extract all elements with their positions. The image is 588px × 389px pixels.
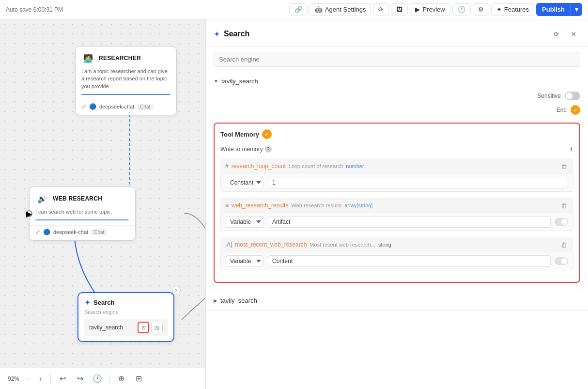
mem-name-3: most_recent_web_research: [235, 241, 307, 248]
search-tool-name: tavily_search: [89, 324, 123, 331]
web-research-deepseek-icon: 🔵: [43, 229, 50, 235]
mem-delete-2[interactable]: 🗑: [559, 201, 569, 210]
accordion-title-1: ▼ tavily_search: [214, 78, 258, 85]
features-label: Features: [504, 6, 529, 13]
memory-item-1-header: # research_loop_count Loop count of rese…: [220, 158, 573, 174]
researcher-model: deepseek-chat: [99, 104, 134, 109]
header: Auto save 6:00:31 PM 🔗 🤖 Agent Settings …: [0, 0, 588, 19]
sensitive-label: Sensitive: [537, 93, 561, 99]
publish-label: Publish: [536, 3, 571, 16]
panel-actions: ⟳ ✕: [549, 27, 580, 41]
web-research-node: ▶ 🔊 WEB RESEARCH I can search web for so…: [29, 187, 136, 241]
mem-type-2: array[string]: [344, 202, 372, 208]
mem-desc-3: Most recent web research...: [309, 242, 375, 248]
zoom-display: 92% − +: [8, 373, 46, 385]
web-research-model: deepseek-chat: [53, 229, 88, 235]
accordion-section-1: ▼ tavily_search Sensitive End ✓ Tool Mem…: [206, 72, 588, 291]
memory-item-2-header: ≡ web_research_results Web research resu…: [220, 198, 573, 213]
settings-button[interactable]: ⚙: [473, 3, 489, 16]
link-icon: 🔗: [294, 6, 302, 13]
mem-source-select-1[interactable]: Constant Variable: [226, 177, 264, 188]
panel-title: Search: [224, 30, 249, 38]
search-node-body: tavily_search ⊙ ◷: [84, 319, 168, 336]
researcher-icon: 🧑‍💻: [81, 51, 95, 65]
web-research-arrow-icon: ⤢: [35, 229, 40, 235]
mem-delete-3[interactable]: 🗑: [559, 240, 569, 249]
mem-toggle-3[interactable]: [555, 257, 568, 265]
right-panel: ✦ Search ⟳ ✕ ▼ tavily_search Sensitive E…: [205, 19, 588, 389]
image-button[interactable]: 🖼: [391, 3, 408, 16]
memory-item-3: |A| most_recent_web_research Most recent…: [220, 237, 573, 270]
write-memory-row: Write to memory ? +: [220, 145, 573, 154]
researcher-tag: Chat: [137, 104, 153, 110]
search-memory-button[interactable]: ⊙: [138, 322, 149, 333]
link-button[interactable]: 🔗: [289, 3, 308, 16]
end-label: End: [557, 107, 567, 113]
search-node: ✦ Search Search engine tavily_search ⊙ ◷: [77, 292, 174, 342]
sensitive-toggle-knob: [566, 93, 573, 99]
search-settings-button[interactable]: ◷: [151, 322, 163, 333]
redo-button[interactable]: ↪: [72, 371, 88, 387]
sensitive-toggle[interactable]: [565, 92, 580, 100]
mem-type-3: string: [378, 242, 391, 248]
web-research-desc: I can search web for some topic.: [30, 208, 135, 219]
canvas[interactable]: 🧑‍💻 RESEARCHER I am a topic researcher a…: [0, 19, 205, 389]
mem-type-1: number: [346, 163, 364, 169]
mem-source-select-3[interactable]: Variable Constant: [226, 255, 264, 267]
tool-memory-box: Tool Memory ✓ Write to memory ? + # rese…: [214, 123, 580, 283]
undo-button[interactable]: ↩: [55, 371, 70, 387]
features-button[interactable]: ✦ Features: [491, 3, 534, 16]
search-node-title: Search: [93, 299, 114, 306]
preview-button[interactable]: ▶ Preview: [410, 3, 450, 16]
bottom-toolbar: 92% − + ↩ ↪ 🕐 ⊕ ⊞: [0, 368, 205, 389]
panel-search-input[interactable]: [214, 52, 580, 67]
accordion-section-2: ▶ tavily_search: [206, 291, 588, 311]
play-icon: ▶: [415, 6, 420, 13]
add-memory-item-button[interactable]: +: [569, 145, 573, 154]
publish-caret-icon[interactable]: ▾: [571, 3, 582, 16]
mem-desc-1: Loop count of research: [289, 163, 343, 169]
mem-toggle-2[interactable]: [555, 218, 568, 226]
web-research-header: 🔊 WEB RESEARCH: [30, 187, 135, 208]
panel-close-button[interactable]: ✕: [567, 27, 580, 41]
write-memory-label: Write to memory ?: [220, 146, 272, 153]
clock-button[interactable]: 🕐: [452, 3, 471, 16]
zoom-out-button[interactable]: −: [21, 373, 33, 385]
agent-settings-button[interactable]: 🤖 Agent Settings: [309, 3, 371, 16]
zoom-in-button[interactable]: +: [35, 373, 46, 385]
tool-memory-header: Tool Memory ✓: [220, 129, 573, 139]
accordion-label-1: tavily_search: [221, 78, 258, 85]
toolbar-separator-2: [109, 374, 109, 384]
memory-item-2-body: Variable Constant: [220, 213, 573, 231]
researcher-node: 🧑‍💻 RESEARCHER I am a topic researcher a…: [75, 46, 177, 115]
refresh-button[interactable]: ⟳: [373, 3, 389, 16]
grid-button[interactable]: ⊞: [131, 371, 146, 387]
mem-value-input-1[interactable]: [268, 177, 568, 188]
memory-item-3-header: |A| most_recent_web_research Most recent…: [220, 237, 573, 252]
chevron-down-icon-1: ▼: [214, 78, 218, 84]
add-button[interactable]: ⊕: [113, 371, 129, 387]
panel-header: ✦ Search ⟳ ✕: [206, 19, 588, 47]
memory-item-3-info: |A| most_recent_web_research Most recent…: [225, 241, 391, 248]
mem-source-select-2[interactable]: Variable Constant: [226, 216, 264, 228]
mem-toggle-3-knob: [561, 258, 567, 264]
write-memory-info-icon: ?: [265, 146, 272, 153]
accordion-header-2[interactable]: ▶ tavily_search: [206, 291, 588, 310]
mem-value-input-2[interactable]: [268, 216, 551, 228]
end-check-icon: ✓: [571, 105, 580, 115]
publish-button[interactable]: Publish ▾: [536, 3, 582, 16]
accordion-header-1[interactable]: ▼ tavily_search: [206, 72, 588, 91]
end-badge: ✓: [571, 105, 580, 115]
panel-title-area: ✦ Search: [214, 30, 249, 39]
accordion-label-2: tavily_search: [220, 297, 257, 304]
refresh-icon: ⟳: [378, 6, 384, 13]
researcher-title: RESEARCHER: [99, 55, 141, 62]
web-research-icon: 🔊: [35, 192, 49, 205]
panel-refresh-button[interactable]: ⟳: [549, 27, 563, 41]
sensitive-row: Sensitive: [206, 91, 588, 102]
mem-delete-1[interactable]: 🗑: [559, 161, 569, 171]
search-node-actions: ⊙ ◷: [138, 322, 163, 333]
mem-value-input-3[interactable]: [268, 255, 551, 267]
researcher-footer: ⤢ 🔵 deepseek-chat Chat: [76, 100, 176, 115]
history-button[interactable]: 🕐: [90, 371, 105, 387]
